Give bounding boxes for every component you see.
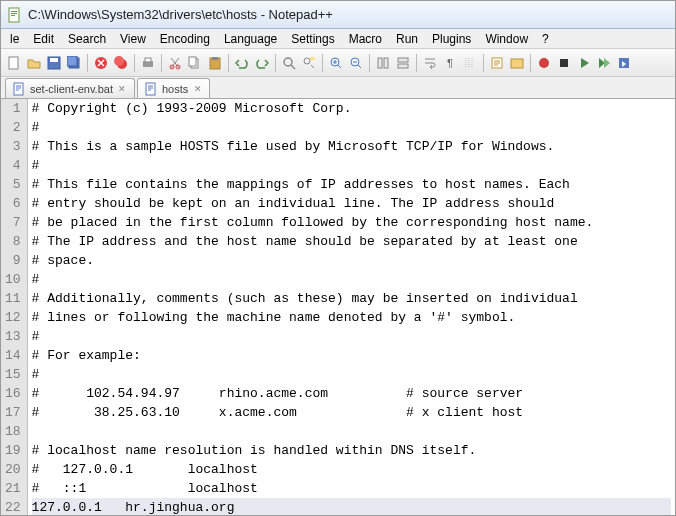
code-line[interactable]: # — [32, 365, 671, 384]
function-list-icon[interactable] — [488, 54, 506, 72]
code-line[interactable]: # Additionally, comments (such as these)… — [32, 289, 671, 308]
new-file-icon[interactable] — [5, 54, 23, 72]
menu-item-search[interactable]: Search — [61, 32, 113, 46]
code-line[interactable]: # entry should be kept on an individual … — [32, 194, 671, 213]
toolbar-separator — [530, 54, 531, 72]
title-bar: C:\Windows\System32\drivers\etc\hosts - … — [1, 1, 675, 29]
save-all-icon[interactable] — [65, 54, 83, 72]
code-line[interactable]: # lines or following the machine name de… — [32, 308, 671, 327]
record-macro-icon[interactable] — [535, 54, 553, 72]
svg-rect-4 — [9, 57, 18, 69]
menu-item-plugins[interactable]: Plugins — [425, 32, 478, 46]
code-line[interactable]: # 102.54.94.97 rhino.acme.com # source s… — [32, 384, 671, 403]
find-icon[interactable] — [280, 54, 298, 72]
code-line[interactable]: 127.0.0.1 hr.jinghua.org — [32, 498, 671, 516]
cut-icon[interactable] — [166, 54, 184, 72]
svg-rect-3 — [11, 15, 15, 16]
svg-rect-22 — [310, 57, 315, 60]
app-icon — [7, 7, 23, 23]
line-number: 2 — [5, 118, 21, 137]
copy-icon[interactable] — [186, 54, 204, 72]
line-number: 17 — [5, 403, 21, 422]
menu-item-encoding[interactable]: Encoding — [153, 32, 217, 46]
toolbar: ¶ — [1, 49, 675, 77]
code-line[interactable]: # ::1 localhost — [32, 479, 671, 498]
wordwrap-icon[interactable] — [421, 54, 439, 72]
show-all-chars-icon[interactable]: ¶ — [441, 54, 459, 72]
line-number: 5 — [5, 175, 21, 194]
sync-v-icon[interactable] — [374, 54, 392, 72]
code-line[interactable]: # Copyright (c) 1993-2009 Microsoft Corp… — [32, 99, 671, 118]
paste-icon[interactable] — [206, 54, 224, 72]
line-number: 3 — [5, 137, 21, 156]
indent-guide-icon[interactable] — [461, 54, 479, 72]
menu-item-view[interactable]: View — [113, 32, 153, 46]
toolbar-separator — [161, 54, 162, 72]
code-line[interactable]: # — [32, 270, 671, 289]
print-icon[interactable] — [139, 54, 157, 72]
replace-icon[interactable] — [300, 54, 318, 72]
toolbar-separator — [416, 54, 417, 72]
tab-close-icon[interactable]: ✕ — [117, 83, 128, 94]
code-line[interactable]: # — [32, 327, 671, 346]
menu-item-settings[interactable]: Settings — [284, 32, 341, 46]
svg-rect-25 — [378, 58, 382, 68]
tab-hosts[interactable]: hosts✕ — [137, 78, 210, 98]
stop-macro-icon[interactable] — [555, 54, 573, 72]
close-file-icon[interactable] — [92, 54, 110, 72]
svg-rect-30 — [511, 59, 523, 68]
line-number: 7 — [5, 213, 21, 232]
line-number: 15 — [5, 365, 21, 384]
menu-item-run[interactable]: Run — [389, 32, 425, 46]
zoom-in-icon[interactable] — [327, 54, 345, 72]
toolbar-separator — [134, 54, 135, 72]
line-number: 13 — [5, 327, 21, 346]
code-content[interactable]: # Copyright (c) 1993-2009 Microsoft Corp… — [28, 99, 675, 516]
line-number: 10 — [5, 270, 21, 289]
code-line[interactable]: # — [32, 156, 671, 175]
line-number: 20 — [5, 460, 21, 479]
svg-rect-13 — [145, 58, 151, 62]
line-number: 12 — [5, 308, 21, 327]
menu-item-?[interactable]: ? — [535, 32, 556, 46]
toolbar-separator — [369, 54, 370, 72]
editor-area[interactable]: 12345678910111213141516171819202122 # Co… — [1, 99, 675, 516]
menu-item-macro[interactable]: Macro — [342, 32, 389, 46]
menu-item-le[interactable]: le — [3, 32, 26, 46]
sync-h-icon[interactable] — [394, 54, 412, 72]
line-number: 22 — [5, 498, 21, 516]
tab-close-icon[interactable]: ✕ — [192, 83, 203, 94]
code-line[interactable]: # — [32, 118, 671, 137]
folder-tree-icon[interactable] — [508, 54, 526, 72]
menu-item-window[interactable]: Window — [478, 32, 535, 46]
undo-icon[interactable] — [233, 54, 251, 72]
open-file-icon[interactable] — [25, 54, 43, 72]
svg-rect-32 — [560, 59, 568, 67]
code-line[interactable]: # 127.0.0.1 localhost — [32, 460, 671, 479]
code-line[interactable]: # This file contains the mappings of IP … — [32, 175, 671, 194]
code-line[interactable]: # This is a sample HOSTS file used by Mi… — [32, 137, 671, 156]
save-macro-icon[interactable] — [615, 54, 633, 72]
line-number: 8 — [5, 232, 21, 251]
code-line[interactable] — [32, 422, 671, 441]
code-line[interactable]: # The IP address and the host name shoul… — [32, 232, 671, 251]
menu-item-edit[interactable]: Edit — [26, 32, 61, 46]
tab-bar: set-client-env.bat✕hosts✕ — [1, 77, 675, 99]
menu-item-language[interactable]: Language — [217, 32, 284, 46]
tab-set-client-env-bat[interactable]: set-client-env.bat✕ — [5, 78, 135, 98]
play-macro-icon[interactable] — [575, 54, 593, 72]
svg-rect-6 — [50, 58, 58, 62]
code-line[interactable]: # localhost name resolution is handled w… — [32, 441, 671, 460]
code-line[interactable]: # be placed in the first column followed… — [32, 213, 671, 232]
zoom-out-icon[interactable] — [347, 54, 365, 72]
code-line[interactable]: # For example: — [32, 346, 671, 365]
code-line[interactable]: # 38.25.63.10 x.acme.com # x client host — [32, 403, 671, 422]
line-number: 21 — [5, 479, 21, 498]
redo-icon[interactable] — [253, 54, 271, 72]
close-all-icon[interactable] — [112, 54, 130, 72]
code-line[interactable]: # space. — [32, 251, 671, 270]
save-icon[interactable] — [45, 54, 63, 72]
svg-point-31 — [539, 58, 549, 68]
play-multi-icon[interactable] — [595, 54, 613, 72]
svg-rect-34 — [14, 83, 23, 95]
